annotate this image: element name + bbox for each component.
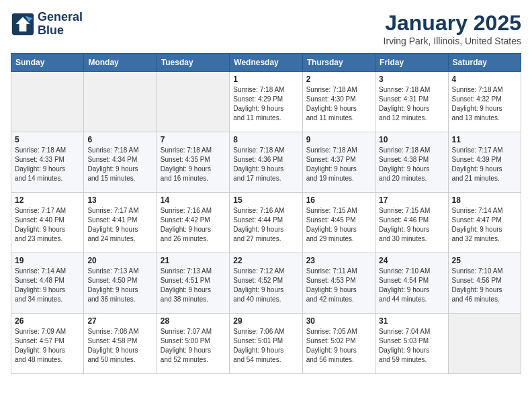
day-info: Sunrise: 7:11 AM Sunset: 4:53 PM Dayligh…: [306, 267, 371, 304]
day-info: Sunrise: 7:18 AM Sunset: 4:32 PM Dayligh…: [452, 85, 517, 123]
day-number: 6: [87, 135, 152, 144]
day-number: 7: [161, 135, 226, 144]
title-block: January 2025 Irving Park, Illinois, Unit…: [384, 11, 521, 46]
day-number: 25: [452, 256, 517, 265]
calendar-cell: 6Sunrise: 7:18 AM Sunset: 4:34 PM Daylig…: [84, 132, 157, 193]
logo-icon: [11, 12, 35, 36]
day-number: 17: [379, 195, 444, 205]
day-info: Sunrise: 7:18 AM Sunset: 4:34 PM Dayligh…: [87, 146, 152, 183]
day-info: Sunrise: 7:12 AM Sunset: 4:52 PM Dayligh…: [233, 267, 298, 304]
day-number: 22: [233, 256, 298, 265]
calendar-cell: 26Sunrise: 7:09 AM Sunset: 4:57 PM Dayli…: [11, 314, 84, 374]
calendar-week-row: 12Sunrise: 7:17 AM Sunset: 4:40 PM Dayli…: [11, 193, 521, 253]
day-info: Sunrise: 7:17 AM Sunset: 4:41 PM Dayligh…: [87, 206, 152, 244]
day-info: Sunrise: 7:15 AM Sunset: 4:46 PM Dayligh…: [379, 206, 444, 244]
calendar-cell: 4Sunrise: 7:18 AM Sunset: 4:32 PM Daylig…: [448, 72, 521, 132]
day-info: Sunrise: 7:14 AM Sunset: 4:48 PM Dayligh…: [15, 267, 80, 304]
calendar-cell: 23Sunrise: 7:11 AM Sunset: 4:53 PM Dayli…: [302, 253, 375, 314]
calendar-week-row: 26Sunrise: 7:09 AM Sunset: 4:57 PM Dayli…: [11, 314, 521, 374]
calendar-cell: 11Sunrise: 7:17 AM Sunset: 4:39 PM Dayli…: [448, 132, 521, 193]
calendar-cell: 20Sunrise: 7:13 AM Sunset: 4:50 PM Dayli…: [84, 253, 157, 314]
calendar-cell: [84, 72, 157, 132]
calendar-title: January 2025: [384, 11, 521, 36]
day-info: Sunrise: 7:09 AM Sunset: 4:57 PM Dayligh…: [15, 327, 80, 365]
day-number: 8: [233, 135, 298, 144]
calendar-cell: 8Sunrise: 7:18 AM Sunset: 4:36 PM Daylig…: [230, 132, 302, 193]
day-number: 4: [452, 75, 517, 84]
day-number: 26: [15, 316, 80, 326]
day-number: 24: [379, 256, 444, 265]
calendar-cell: [11, 72, 84, 132]
day-number: 18: [452, 195, 517, 205]
calendar-cell: 10Sunrise: 7:18 AM Sunset: 4:38 PM Dayli…: [375, 132, 448, 193]
day-info: Sunrise: 7:13 AM Sunset: 4:51 PM Dayligh…: [161, 267, 226, 304]
day-info: Sunrise: 7:17 AM Sunset: 4:40 PM Dayligh…: [15, 206, 80, 244]
day-number: 23: [306, 256, 371, 265]
day-number: 14: [161, 195, 226, 205]
header-day-tuesday: Tuesday: [157, 54, 229, 72]
header-day-friday: Friday: [375, 54, 448, 72]
day-number: 28: [161, 316, 226, 326]
day-info: Sunrise: 7:16 AM Sunset: 4:42 PM Dayligh…: [161, 206, 226, 244]
day-number: 20: [87, 256, 152, 265]
day-number: 27: [87, 316, 152, 326]
calendar-cell: 15Sunrise: 7:16 AM Sunset: 4:44 PM Dayli…: [230, 193, 302, 253]
calendar-cell: [157, 72, 229, 132]
day-number: 11: [452, 135, 517, 144]
calendar-cell: 30Sunrise: 7:05 AM Sunset: 5:02 PM Dayli…: [302, 314, 375, 374]
day-number: 19: [15, 256, 80, 265]
calendar-cell: 21Sunrise: 7:13 AM Sunset: 4:51 PM Dayli…: [157, 253, 229, 314]
header-day-thursday: Thursday: [302, 54, 375, 72]
calendar-cell: 25Sunrise: 7:10 AM Sunset: 4:56 PM Dayli…: [448, 253, 521, 314]
day-number: 12: [15, 195, 80, 205]
day-number: 15: [233, 195, 298, 205]
day-info: Sunrise: 7:14 AM Sunset: 4:47 PM Dayligh…: [452, 206, 517, 244]
day-info: Sunrise: 7:18 AM Sunset: 4:35 PM Dayligh…: [161, 146, 226, 183]
header-day-monday: Monday: [84, 54, 157, 72]
calendar-subtitle: Irving Park, Illinois, United States: [384, 36, 521, 46]
day-info: Sunrise: 7:18 AM Sunset: 4:37 PM Dayligh…: [306, 146, 371, 183]
day-number: 5: [15, 135, 80, 144]
calendar-week-row: 5Sunrise: 7:18 AM Sunset: 4:33 PM Daylig…: [11, 132, 521, 193]
calendar-cell: 3Sunrise: 7:18 AM Sunset: 4:31 PM Daylig…: [375, 72, 448, 132]
day-info: Sunrise: 7:15 AM Sunset: 4:45 PM Dayligh…: [306, 206, 371, 244]
header-day-saturday: Saturday: [448, 54, 521, 72]
day-info: Sunrise: 7:05 AM Sunset: 5:02 PM Dayligh…: [306, 327, 371, 365]
calendar-cell: 17Sunrise: 7:15 AM Sunset: 4:46 PM Dayli…: [375, 193, 448, 253]
logo-line1: General: [38, 11, 83, 24]
calendar-cell: 7Sunrise: 7:18 AM Sunset: 4:35 PM Daylig…: [157, 132, 229, 193]
day-info: Sunrise: 7:17 AM Sunset: 4:39 PM Dayligh…: [452, 146, 517, 183]
day-info: Sunrise: 7:18 AM Sunset: 4:29 PM Dayligh…: [233, 85, 298, 123]
day-number: 1: [233, 75, 298, 84]
day-number: 21: [161, 256, 226, 265]
calendar-cell: 14Sunrise: 7:16 AM Sunset: 4:42 PM Dayli…: [157, 193, 229, 253]
day-info: Sunrise: 7:18 AM Sunset: 4:36 PM Dayligh…: [233, 146, 298, 183]
calendar-cell: 27Sunrise: 7:08 AM Sunset: 4:58 PM Dayli…: [84, 314, 157, 374]
day-info: Sunrise: 7:04 AM Sunset: 5:03 PM Dayligh…: [379, 327, 444, 365]
header-day-sunday: Sunday: [11, 54, 84, 72]
calendar-cell: 22Sunrise: 7:12 AM Sunset: 4:52 PM Dayli…: [230, 253, 302, 314]
day-number: 16: [306, 195, 371, 205]
day-number: 10: [379, 135, 444, 144]
calendar-week-row: 19Sunrise: 7:14 AM Sunset: 4:48 PM Dayli…: [11, 253, 521, 314]
day-number: 13: [87, 195, 152, 205]
day-number: 9: [306, 135, 371, 144]
header-day-wednesday: Wednesday: [230, 54, 302, 72]
day-number: 2: [306, 75, 371, 84]
day-info: Sunrise: 7:08 AM Sunset: 4:58 PM Dayligh…: [87, 327, 152, 365]
day-number: 30: [306, 316, 371, 326]
page-header: General Blue January 2025 Irving Park, I…: [11, 11, 521, 46]
day-info: Sunrise: 7:18 AM Sunset: 4:33 PM Dayligh…: [15, 146, 80, 183]
logo: General Blue: [11, 11, 83, 38]
calendar-cell: 31Sunrise: 7:04 AM Sunset: 5:03 PM Dayli…: [375, 314, 448, 374]
calendar-week-row: 1Sunrise: 7:18 AM Sunset: 4:29 PM Daylig…: [11, 72, 521, 132]
logo-line2: Blue: [38, 24, 83, 38]
day-info: Sunrise: 7:10 AM Sunset: 4:54 PM Dayligh…: [379, 267, 444, 304]
day-info: Sunrise: 7:13 AM Sunset: 4:50 PM Dayligh…: [87, 267, 152, 304]
calendar-cell: 18Sunrise: 7:14 AM Sunset: 4:47 PM Dayli…: [448, 193, 521, 253]
calendar-cell: 29Sunrise: 7:06 AM Sunset: 5:01 PM Dayli…: [230, 314, 302, 374]
calendar-cell: 13Sunrise: 7:17 AM Sunset: 4:41 PM Dayli…: [84, 193, 157, 253]
day-info: Sunrise: 7:06 AM Sunset: 5:01 PM Dayligh…: [233, 327, 298, 365]
calendar-cell: 24Sunrise: 7:10 AM Sunset: 4:54 PM Dayli…: [375, 253, 448, 314]
calendar-cell: 12Sunrise: 7:17 AM Sunset: 4:40 PM Dayli…: [11, 193, 84, 253]
